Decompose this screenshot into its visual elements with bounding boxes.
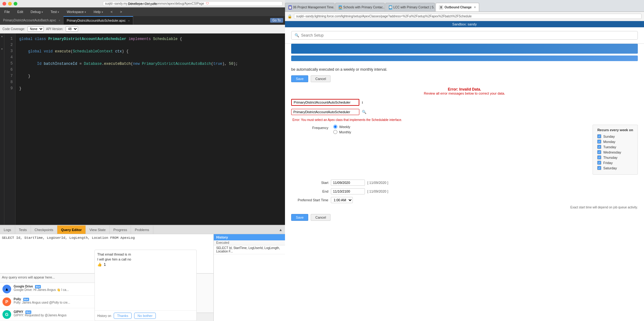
tab-batch-close[interactable]: × xyxy=(59,19,60,22)
menu-debug[interactable]: Debug ▾ xyxy=(29,9,45,14)
sf-save-button-bottom[interactable]: Save xyxy=(291,214,308,221)
chat-popup: That email thread is m I will give him a… xyxy=(94,250,197,321)
sf-day-sunday[interactable]: Sunday xyxy=(597,134,633,138)
menu-back[interactable]: < xyxy=(109,9,114,14)
sf-tab-outbound-close[interactable]: × xyxy=(474,6,476,9)
sf-name-input[interactable] xyxy=(291,99,359,106)
thanks-button[interactable]: Thanks xyxy=(114,313,132,319)
sf-error-box: Error: Invalid Data. Review all error me… xyxy=(291,87,638,95)
sf-friday-checkbox[interactable] xyxy=(597,161,601,165)
tab-scheduler-close[interactable]: × xyxy=(128,19,130,22)
tab-view-state[interactable]: View State xyxy=(86,225,110,234)
sf-wednesday-checkbox[interactable] xyxy=(597,150,601,154)
bottom-panel: Logs Tests Checkpoints Query Editor View… xyxy=(0,225,285,321)
blue-bar-2 xyxy=(291,56,638,61)
sf-radio-weekly-input[interactable] xyxy=(333,125,337,129)
tab-query-editor-label: Query Editor xyxy=(61,228,82,232)
sf-day-monday[interactable]: Monday xyxy=(597,140,633,144)
history-item[interactable]: SELECT Id, StartTime, LogUserId, LogLeng… xyxy=(214,245,285,254)
sf-end-date-input[interactable] xyxy=(331,188,365,194)
code-coverage-select[interactable]: None xyxy=(28,26,44,32)
tab-query-editor[interactable]: Query Editor xyxy=(57,225,86,234)
sf-saturday-checkbox[interactable] xyxy=(597,166,601,170)
tab-progress[interactable]: Progress xyxy=(110,225,131,234)
tab-problems[interactable]: Problems xyxy=(131,225,153,234)
sf-tab-schools[interactable]: 🏫 Schools with Primary Contac... × xyxy=(335,3,385,11)
sf-monday-label: Monday xyxy=(603,140,615,144)
chat-list: ▲ Google Drive Bot Google Drive: Hi Jame… xyxy=(0,283,96,321)
menu-help[interactable]: Help ▾ xyxy=(92,9,105,14)
search-input[interactable] xyxy=(301,33,634,38)
sf-tab-outbound[interactable]: ⬆ Outbound Change × xyxy=(436,3,479,11)
sf-day-saturday[interactable]: Saturday xyxy=(597,166,633,170)
sf-tab-project[interactable]: 📋 06 Project Management Time... × xyxy=(285,3,335,11)
code-content[interactable]: global class PrimaryDistrictAccountAutoS… xyxy=(15,33,285,225)
sf-setup: 📋 06 Project Management Time... × 🏫 Scho… xyxy=(285,0,644,321)
goto-button[interactable]: Go To xyxy=(270,18,283,23)
menu-file[interactable]: File xyxy=(2,9,12,14)
menu-test[interactable]: Test ▾ xyxy=(49,9,61,14)
api-version-select[interactable]: 48 xyxy=(66,26,78,32)
menu-forward[interactable]: > xyxy=(118,9,124,14)
sf-tuesday-checkbox[interactable] xyxy=(597,145,601,149)
sf-address-input[interactable]: suqld--sandy.lightning.force.com/lightni… xyxy=(294,14,642,19)
menu-edit[interactable]: Edit xyxy=(15,9,25,14)
sf-day-friday[interactable]: Friday xyxy=(597,161,633,165)
sf-thursday-checkbox[interactable] xyxy=(597,155,601,159)
sf-class-input[interactable] xyxy=(291,109,359,115)
sf-cancel-button-bottom[interactable]: Cancel xyxy=(311,214,331,221)
sf-radio-weekly[interactable]: Weekly xyxy=(333,125,583,129)
sf-class-error-text: Error: You must select an Apex class tha… xyxy=(292,118,638,122)
sf-sunday-checkbox[interactable] xyxy=(597,134,601,138)
sf-wednesday-label: Wednesday xyxy=(603,150,621,154)
tab-tests-label: Tests xyxy=(19,228,27,232)
sf-name-field-row: ℹ xyxy=(291,99,638,106)
no-bother-button[interactable]: No bother xyxy=(134,313,156,319)
tab-progress-label: Progress xyxy=(113,228,127,232)
sf-frequency-value: Weekly Monthly xyxy=(333,125,583,134)
bottom-tabs: Logs Tests Checkpoints Query Editor View… xyxy=(0,225,285,234)
tab-tests[interactable]: Tests xyxy=(15,225,31,234)
tab-problems-label: Problems xyxy=(135,228,149,232)
sf-start-date-input[interactable] xyxy=(331,180,365,186)
chat-message-2: I will give him a call no xyxy=(97,257,194,261)
chat-item-giphy[interactable]: G GIPHY Bot GIPHY: Requested by @James A… xyxy=(0,308,96,321)
gdrive-text: Google Drive: Hi James Angus 👋 I ca... xyxy=(14,288,94,292)
chat-item-gdrive[interactable]: ▲ Google Drive Bot Google Drive: Hi Jame… xyxy=(0,283,96,296)
sf-note: Exact start time will depend on job queu… xyxy=(291,206,638,209)
sf-day-wednesday[interactable]: Wednesday xyxy=(597,150,633,154)
sf-class-field-row: 🔍 xyxy=(291,109,638,115)
collapse-button[interactable]: ▲ xyxy=(276,227,285,233)
sf-preferred-time-select[interactable]: 1:00 AM 2:00 AM 3:00 AM xyxy=(331,197,353,203)
sf-radio-monthly-input[interactable] xyxy=(333,130,337,134)
giphy-content: GIPHY Bot GIPHY: Requested by @James Ang… xyxy=(14,310,94,317)
tab-scheduler[interactable]: PrimaryDistrictAccountAutoScheduler.apxc… xyxy=(64,16,133,25)
sf-main-content: be automatically executed on a weekly or… xyxy=(285,62,644,321)
sf-radio-monthly[interactable]: Monthly xyxy=(333,130,583,134)
sf-day-thursday[interactable]: Thursday xyxy=(597,155,633,159)
blue-bar-1 xyxy=(291,44,638,54)
tab-logs[interactable]: Logs xyxy=(0,225,15,234)
sf-sunday-label: Sunday xyxy=(603,135,615,138)
minimize-button[interactable] xyxy=(8,2,12,6)
chat-item-polly[interactable]: P Polly Bot Polly: James Angus used @Pol… xyxy=(0,296,96,308)
sf-preferred-time-label: Preferred Start Time xyxy=(291,198,328,202)
polly-avatar: P xyxy=(2,297,11,306)
giphy-avatar: G xyxy=(2,310,11,319)
menu-workspace[interactable]: Workspace ▾ xyxy=(65,9,88,14)
sf-friday-label: Friday xyxy=(603,161,613,165)
sf-cancel-button-top[interactable]: Cancel xyxy=(311,75,331,82)
sf-search-area: 🔍 xyxy=(285,27,644,44)
sf-tab-lcc[interactable]: 💬 LCC with Primary Contact | S... × xyxy=(385,3,435,11)
sf-save-button-top[interactable]: Save xyxy=(291,75,308,82)
tab-checkpoints[interactable]: Checkpoints xyxy=(31,225,58,234)
sf-search-class-icon[interactable]: 🔍 xyxy=(362,110,366,114)
maximize-button[interactable] xyxy=(14,2,17,6)
sf-name-field-icon: ℹ xyxy=(362,101,363,104)
search-icon: 🔍 xyxy=(295,33,299,38)
close-button[interactable] xyxy=(2,2,6,6)
sf-day-tuesday[interactable]: Tuesday xyxy=(597,145,633,149)
tab-batch[interactable]: PrimaryDistrictAccountAutoBatch.apxc × xyxy=(0,16,64,25)
sf-frequency-row: Frequency Weekly Monthly Recurs every we… xyxy=(291,125,638,175)
sf-monday-checkbox[interactable] xyxy=(597,140,601,144)
